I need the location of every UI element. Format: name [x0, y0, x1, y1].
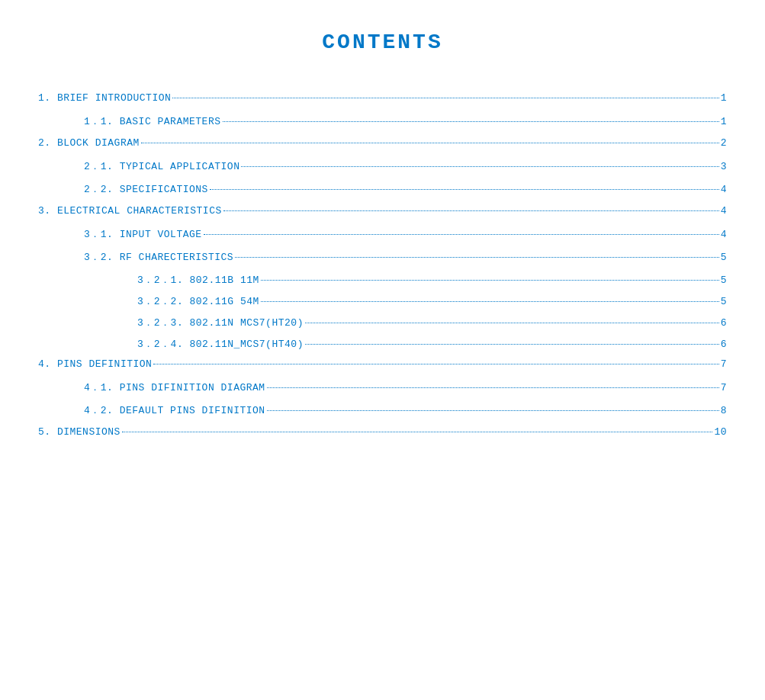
toc-dots	[223, 210, 719, 211]
toc-page: 4	[721, 229, 727, 240]
toc-label: 3．2．2. 802.11G 54M	[137, 294, 259, 308]
toc-page: 5	[721, 275, 727, 286]
toc-entry: 1．1. BASIC PARAMETERS1	[38, 114, 727, 128]
toc-page: 3	[721, 161, 727, 172]
toc-label: 1．1. BASIC PARAMETERS	[84, 114, 221, 128]
toc-page: 7	[721, 382, 727, 393]
toc-dots	[261, 280, 719, 281]
toc-page: 7	[721, 358, 727, 370]
toc-dots	[204, 234, 719, 235]
toc-dots	[305, 344, 719, 345]
toc-entry: 3．2．1. 802.11B 11M5	[38, 273, 727, 287]
toc-label: 3．2．3. 802.11N MCS7(HT20)	[137, 316, 304, 329]
toc-label: 3．2. RF CHARECTERISTICS	[84, 250, 233, 264]
toc-page: 1	[721, 92, 727, 104]
toc-label: 4．2. DEFAULT PINS DIFINITION	[84, 403, 265, 417]
toc-label: 3．2．4. 802.11N_MCS7(HT40)	[137, 337, 304, 351]
toc-label: 3．2．1. 802.11B 11M	[137, 273, 259, 287]
toc-entry: 5. DIMENSIONS10	[38, 426, 727, 438]
toc-entry: 4．1. PINS DIFINITION DIAGRAM7	[38, 381, 727, 394]
toc-entry: 3．2．4. 802.11N_MCS7(HT40)6	[38, 337, 727, 351]
page-title: CONTENTS	[38, 31, 727, 54]
toc-page: 5	[721, 296, 727, 307]
toc-entry: 4. PINS DEFINITION7	[38, 358, 727, 370]
toc-dots	[261, 301, 719, 302]
toc-page: 1	[721, 116, 727, 127]
toc-dots	[267, 410, 719, 411]
toc-dots	[223, 121, 719, 122]
toc-dots	[241, 166, 718, 167]
toc-page: 6	[721, 317, 727, 329]
toc-label: 1. BRIEF INTRODUCTION	[38, 92, 171, 104]
toc-page: 5	[721, 252, 727, 263]
toc-page: 2	[721, 137, 727, 149]
toc-entry: 2. BLOCK DIAGRAM2	[38, 137, 727, 149]
toc-label: 2．1. TYPICAL APPLICATION	[84, 159, 239, 173]
toc-entry: 4．2. DEFAULT PINS DIFINITION8	[38, 403, 727, 417]
toc-label: 2．2. SPECIFICATIONS	[84, 182, 208, 196]
toc-label: 4．1. PINS DIFINITION DIAGRAM	[84, 381, 265, 394]
toc-label: 4. PINS DEFINITION	[38, 358, 152, 370]
toc-entry: 3. ELECTRICAL CHARACTERISTICS 4	[38, 205, 727, 217]
toc-dots	[235, 257, 719, 258]
toc-label: 5. DIMENSIONS	[38, 426, 121, 438]
toc-entry: 2．1. TYPICAL APPLICATION3	[38, 159, 727, 173]
toc-label: 3．1. INPUT VOLTAGE	[84, 227, 202, 241]
toc-page: 8	[721, 405, 727, 416]
toc-page: 4	[721, 184, 727, 195]
toc-dots	[153, 364, 718, 364]
toc-container: 1. BRIEF INTRODUCTION11．1. BASIC PARAMET…	[38, 92, 727, 438]
toc-entry: 2．2. SPECIFICATIONS4	[38, 182, 727, 196]
toc-label: 2. BLOCK DIAGRAM	[38, 137, 140, 149]
toc-entry: 3．2．2. 802.11G 54M5	[38, 294, 727, 308]
toc-dots	[305, 323, 719, 323]
toc-dots	[172, 98, 718, 98]
toc-dots	[141, 143, 719, 143]
toc-page: 10	[714, 426, 727, 438]
toc-page: 4	[721, 205, 727, 217]
toc-entry: 3．2．3. 802.11N MCS7(HT20)6	[38, 316, 727, 329]
toc-entry: 3．1. INPUT VOLTAGE4	[38, 227, 727, 241]
toc-label: 3. ELECTRICAL CHARACTERISTICS	[38, 205, 222, 217]
toc-dots	[122, 432, 712, 432]
toc-page: 6	[721, 339, 727, 350]
toc-dots	[210, 189, 719, 190]
toc-entry: 1. BRIEF INTRODUCTION1	[38, 92, 727, 104]
toc-entry: 3．2. RF CHARECTERISTICS5	[38, 250, 727, 264]
toc-dots	[267, 387, 719, 388]
